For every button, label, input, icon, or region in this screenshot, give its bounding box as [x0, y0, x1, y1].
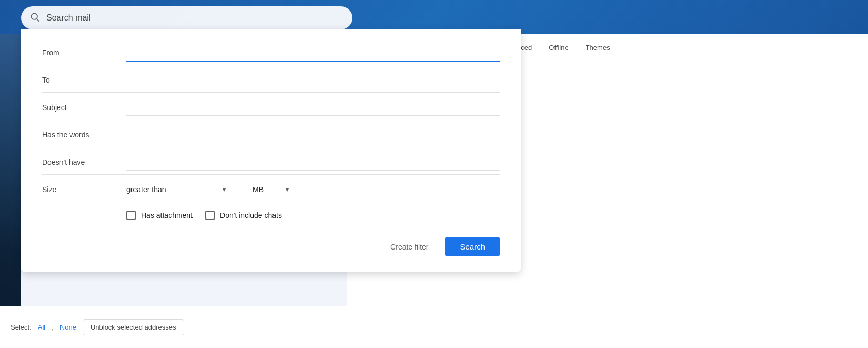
- search-dropdown: From To Subject Has the words Doesn't ha…: [21, 29, 521, 272]
- dont-include-chats-label[interactable]: Don't include chats: [220, 211, 282, 220]
- create-filter-button[interactable]: Create filter: [382, 237, 437, 256]
- to-label: To: [42, 76, 126, 84]
- select-all-link[interactable]: All: [38, 323, 45, 331]
- search-icon: [29, 12, 40, 25]
- action-row: Create filter Search: [42, 233, 500, 256]
- search-bar[interactable]: Search mail: [21, 6, 352, 29]
- subject-row: Subject: [42, 95, 500, 120]
- doesnt-have-label: Doesn't have: [42, 158, 126, 166]
- size-unit-select[interactable]: MB KB Bytes: [253, 181, 295, 198]
- unblock-button[interactable]: Unblock selected addresses: [83, 319, 184, 335]
- comma-separator: ,: [52, 323, 54, 331]
- size-row: Size greater than less than ▼ MB KB Byte…: [42, 177, 500, 202]
- select-label: Select:: [11, 323, 32, 331]
- size-operator-wrapper: greater than less than ▼: [126, 181, 231, 198]
- left-nature-bg: [0, 34, 21, 348]
- checkbox-row: Has attachment Don't include chats: [42, 211, 500, 220]
- has-words-label: Has the words: [42, 131, 126, 139]
- svg-line-1: [37, 18, 39, 21]
- select-none-link[interactable]: None: [60, 323, 76, 331]
- subject-input[interactable]: [126, 98, 500, 116]
- from-label: From: [42, 48, 126, 57]
- doesnt-have-row: Doesn't have: [42, 150, 500, 175]
- has-words-input[interactable]: [126, 126, 500, 143]
- dont-include-chats-item: Don't include chats: [205, 211, 282, 220]
- size-label: Size: [42, 185, 126, 194]
- to-input[interactable]: [126, 71, 500, 88]
- bottom-bar: Select: All , None Unblock selected addr…: [0, 306, 868, 348]
- from-input[interactable]: [126, 44, 500, 62]
- size-unit-wrapper: MB KB Bytes ▼: [253, 181, 295, 198]
- search-button[interactable]: Search: [445, 237, 500, 256]
- doesnt-have-input[interactable]: [126, 153, 500, 171]
- has-attachment-label[interactable]: Has attachment: [141, 211, 193, 220]
- search-bar-placeholder: Search mail: [46, 13, 344, 23]
- has-words-row: Has the words: [42, 122, 500, 147]
- tab-offline[interactable]: Offline: [542, 39, 574, 57]
- size-operator-select[interactable]: greater than less than: [126, 181, 231, 198]
- to-row: To: [42, 67, 500, 93]
- has-attachment-checkbox[interactable]: [126, 211, 136, 220]
- subject-label: Subject: [42, 103, 126, 112]
- has-attachment-item: Has attachment: [126, 211, 193, 220]
- tab-themes[interactable]: Themes: [579, 39, 617, 57]
- from-row: From: [42, 40, 500, 65]
- dont-include-chats-checkbox[interactable]: [205, 211, 215, 220]
